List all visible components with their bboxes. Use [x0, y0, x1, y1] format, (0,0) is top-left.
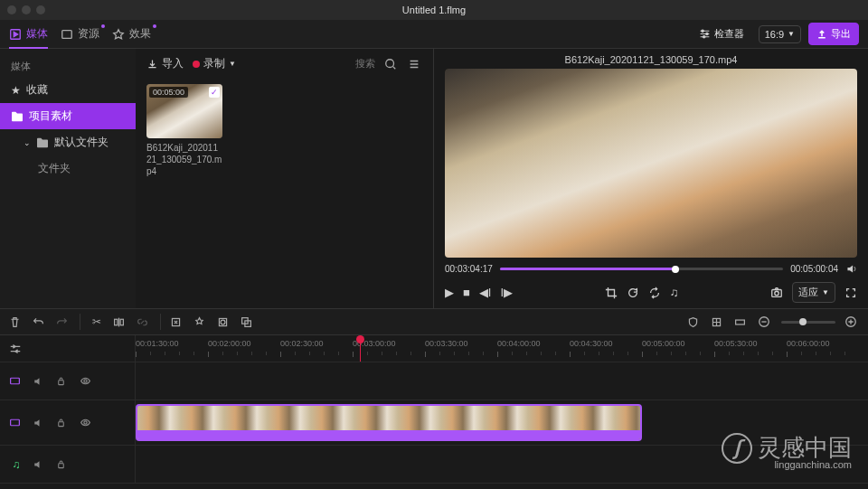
clip-name: B612Kaji_20201121_130059_170.mp4	[146, 142, 222, 177]
svg-rect-16	[736, 320, 745, 324]
preview-title: B612Kaji_20201121_130059_170.mp4	[445, 54, 857, 65]
next-frame-button[interactable]: I▶	[500, 286, 513, 299]
star-icon: ★	[11, 84, 21, 97]
media-sidebar: 媒体 ★ 收藏 项目素材 ⌄ 默认文件夹 文件夹	[0, 49, 136, 308]
rotate-icon[interactable]	[627, 287, 639, 299]
record-button[interactable]: 录制 ▼	[193, 56, 236, 71]
loop-icon[interactable]	[648, 287, 661, 299]
fit-timeline-icon[interactable]	[734, 316, 749, 328]
svg-point-3	[705, 33, 707, 34]
import-button[interactable]: 导入	[146, 56, 184, 71]
total-time: 00:05:00:04	[790, 264, 838, 274]
zoom-in-icon[interactable]	[844, 315, 859, 328]
aspect-select[interactable]: 16:9 ▼	[759, 25, 801, 43]
time-ruler[interactable]: 00:01:30:0000:02:00:0000:02:30:0000:03:0…	[136, 335, 868, 362]
snap-icon[interactable]	[711, 316, 725, 328]
track-video-1	[0, 400, 868, 446]
tab-media[interactable]: 媒体	[9, 26, 48, 42]
prev-frame-button[interactable]: ◀I	[479, 286, 492, 299]
mute-icon[interactable]	[33, 418, 47, 428]
track-video-2	[0, 362, 868, 400]
window-controls[interactable]	[7, 5, 45, 14]
folder-icon	[11, 111, 24, 122]
titlebar: Untitled 1.flmg	[0, 0, 868, 20]
svg-point-21	[84, 380, 87, 382]
crop-icon[interactable]	[605, 287, 618, 299]
window-title: Untitled 1.flmg	[402, 5, 466, 15]
effects-icon	[112, 28, 125, 41]
sidebar-header: 媒体	[0, 56, 136, 77]
check-icon: ✓	[209, 87, 220, 98]
folder-icon	[36, 137, 49, 148]
fit-select[interactable]: 适应 ▼	[792, 282, 835, 303]
inspector-button[interactable]: 检查器	[692, 24, 751, 44]
redo-icon[interactable]	[56, 316, 71, 328]
volume-icon[interactable]	[845, 263, 857, 275]
search-icon[interactable]	[384, 58, 399, 71]
music-icon[interactable]: ♫	[670, 286, 679, 299]
resource-icon	[61, 28, 73, 41]
playhead[interactable]	[360, 335, 361, 362]
zoom-out-icon[interactable]	[758, 315, 772, 328]
lock-icon[interactable]	[56, 418, 71, 428]
snapshot-icon[interactable]	[770, 287, 783, 299]
export-button[interactable]: 导出	[808, 23, 859, 45]
effects-tool-icon[interactable]	[193, 316, 208, 328]
track-type-icon[interactable]	[9, 417, 24, 428]
split-icon[interactable]	[113, 316, 127, 328]
sliders-icon	[699, 28, 711, 40]
sidebar-item-project-assets[interactable]: 项目素材	[0, 103, 136, 129]
svg-rect-23	[59, 422, 64, 427]
notification-dot	[101, 24, 105, 28]
zoom-slider[interactable]	[781, 321, 835, 324]
preview-viewport[interactable]	[445, 69, 857, 258]
tab-resource[interactable]: 资源	[61, 26, 99, 42]
search-input[interactable]: 搜索	[355, 57, 375, 71]
preview-panel: B612Kaji_20201121_130059_170.mp4 00:03:0…	[434, 49, 868, 308]
track-type-icon[interactable]: ♫	[9, 458, 24, 471]
visibility-icon[interactable]	[80, 417, 94, 428]
media-icon	[9, 28, 22, 41]
lock-icon[interactable]	[56, 376, 71, 386]
mute-icon[interactable]	[33, 376, 47, 387]
clip-duration: 00:05:00	[149, 87, 188, 98]
sidebar-item-favorites[interactable]: ★ 收藏	[0, 77, 136, 103]
mask-icon[interactable]	[217, 316, 231, 328]
link-icon[interactable]	[137, 316, 151, 328]
export-icon	[816, 29, 827, 40]
svg-point-7	[775, 291, 778, 295]
svg-point-24	[84, 421, 87, 424]
track-type-icon[interactable]	[9, 375, 24, 387]
timeline-clip[interactable]	[136, 404, 642, 441]
fullscreen-icon[interactable]	[844, 287, 857, 299]
chevron-down-icon: ▼	[229, 60, 236, 68]
media-clip[interactable]: 00:05:00 ✓ B612Kaji_20201121_130059_170.…	[146, 84, 222, 177]
timeline: 00:01:30:0000:02:00:0000:02:30:0000:03:0…	[0, 335, 868, 484]
list-view-icon[interactable]	[408, 58, 422, 71]
svg-rect-8	[115, 319, 118, 325]
sidebar-item-default-folder[interactable]: ⌄ 默认文件夹	[0, 129, 136, 155]
notification-dot	[153, 24, 156, 28]
undo-icon[interactable]	[33, 316, 47, 328]
mute-icon[interactable]	[33, 459, 47, 470]
play-button[interactable]: ▶	[445, 286, 454, 299]
marker-icon[interactable]	[170, 316, 184, 328]
lock-icon[interactable]	[56, 459, 71, 469]
tab-effects[interactable]: 效果	[112, 26, 151, 42]
media-browser: 导入 录制 ▼ 搜索 00:05:00	[136, 49, 433, 308]
svg-point-5	[386, 59, 394, 67]
scrub-bar[interactable]	[500, 268, 783, 270]
chevron-down-icon: ▼	[788, 30, 795, 38]
settings-icon	[9, 343, 22, 355]
sidebar-item-subfolder[interactable]: 文件夹	[0, 155, 136, 182]
timeline-options[interactable]	[0, 335, 136, 362]
stop-button[interactable]: ■	[463, 286, 470, 299]
overlay-icon[interactable]	[241, 316, 255, 328]
svg-rect-20	[59, 381, 64, 385]
delete-icon[interactable]	[9, 316, 24, 328]
svg-point-12	[221, 320, 225, 324]
visibility-icon[interactable]	[80, 375, 94, 387]
shield-icon[interactable]	[687, 316, 702, 328]
svg-rect-1	[62, 30, 72, 38]
cut-icon[interactable]: ✂	[90, 315, 104, 328]
